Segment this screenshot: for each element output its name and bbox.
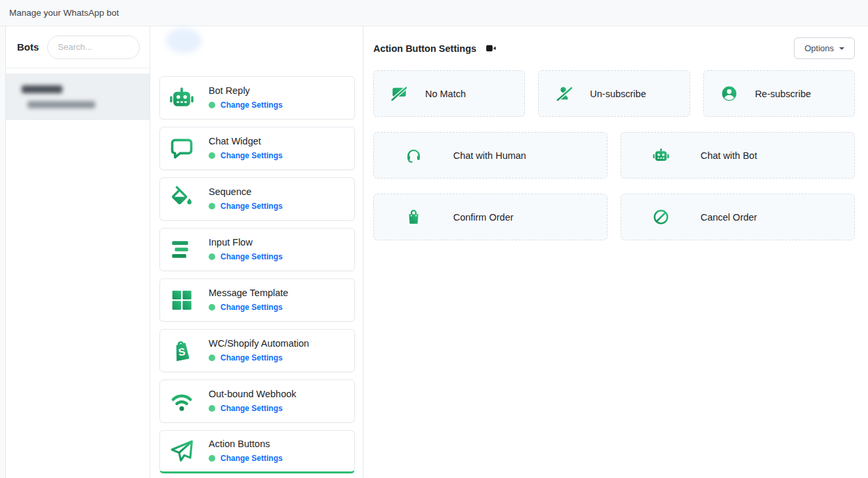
shopify-icon: S: [168, 337, 196, 364]
robot-icon: [168, 84, 196, 112]
ban-icon: [621, 208, 701, 226]
action-row-3: Confirm OrderCancel Order: [373, 194, 855, 240]
action-button-grid: No MatchUn-subscribeRe-subscribeChat wit…: [373, 70, 855, 240]
feature-card-action-buttons[interactable]: Action ButtonsChange Settings: [159, 430, 355, 473]
shopping-bag-icon: [374, 208, 453, 226]
video-camera-icon[interactable]: [486, 43, 497, 54]
feature-title: Bot Reply: [209, 86, 283, 96]
action-label: Chat with Human: [453, 150, 526, 161]
change-settings-link[interactable]: Change Settings: [220, 404, 283, 413]
feature-title: Action Buttons: [209, 439, 283, 449]
change-settings-link[interactable]: Change Settings: [220, 454, 283, 463]
change-settings-link[interactable]: Change Settings: [220, 202, 283, 211]
headset-icon: [374, 146, 453, 164]
chevron-down-icon: [839, 47, 844, 50]
status-dot-icon: [209, 405, 215, 412]
feature-list: Bot ReplyChange SettingsChat WidgetChang…: [159, 76, 363, 473]
action-card-re-subscribe[interactable]: Re-subscribe: [703, 70, 855, 117]
action-card-un-subscribe[interactable]: Un-subscribe: [538, 70, 690, 117]
panel-title: Action Button Settings: [373, 43, 476, 54]
list-bars-icon: [168, 236, 196, 263]
sidebar-title: Bots: [17, 41, 39, 53]
feature-title: WC/Shopify Automation: [209, 339, 309, 349]
action-card-confirm-order[interactable]: Confirm Order: [373, 194, 608, 240]
change-settings-link[interactable]: Change Settings: [220, 100, 283, 110]
action-card-chat-with-human[interactable]: Chat with Human: [373, 132, 608, 179]
feature-title: Message Template: [209, 288, 288, 298]
action-card-chat-with-bot[interactable]: Chat with Bot: [621, 132, 855, 179]
search-input[interactable]: [47, 35, 140, 59]
change-settings-link[interactable]: Change Settings: [220, 353, 283, 362]
action-row-1: No MatchUn-subscribeRe-subscribe: [373, 70, 855, 117]
panel-header: Action Button Settings Options: [373, 26, 855, 70]
action-row-2: Chat with HumanChat with Bot: [373, 132, 855, 179]
page-title: Manage your WhatsApp bot: [9, 8, 119, 18]
main-layout: Bots Bot ReplyChange SettingsChat Widget…: [5, 26, 868, 478]
feature-card-wc-shopify-automation[interactable]: SWC/Shopify AutomationChange Settings: [159, 329, 355, 372]
redacted-bot-name: [22, 85, 62, 93]
feature-title: Out-bound Webhook: [209, 389, 297, 399]
status-dot-icon: [209, 102, 215, 108]
feature-card-sequence[interactable]: SequenceChange Settings: [159, 177, 355, 221]
bot-list-item-selected[interactable]: [6, 74, 150, 120]
action-card-cancel-order[interactable]: Cancel Order: [621, 194, 855, 240]
action-label: Un-subscribe: [590, 89, 646, 99]
feature-card-input-flow[interactable]: Input FlowChange Settings: [159, 228, 355, 271]
change-settings-link[interactable]: Change Settings: [220, 303, 283, 312]
robot-icon: [621, 146, 701, 164]
feature-title: Chat Widget: [209, 137, 283, 146]
top-header-bar: Manage your WhatsApp bot: [0, 0, 868, 26]
change-settings-link[interactable]: Change Settings: [220, 252, 283, 261]
paint-bucket-icon: [168, 185, 196, 213]
status-dot-icon: [209, 203, 215, 209]
feature-card-chat-widget[interactable]: Chat WidgetChange Settings: [159, 127, 355, 170]
svg-text:S: S: [178, 346, 186, 358]
change-settings-link[interactable]: Change Settings: [220, 151, 283, 160]
options-button-label: Options: [804, 43, 834, 53]
action-label: Re-subscribe: [755, 89, 811, 99]
feature-column: Bot ReplyChange SettingsChat WidgetChang…: [150, 26, 363, 478]
status-dot-icon: [209, 304, 215, 311]
feature-card-message-template[interactable]: Message TemplateChange Settings: [159, 278, 355, 322]
status-dot-icon: [209, 152, 215, 159]
status-dot-icon: [209, 455, 215, 462]
feature-card-bot-reply[interactable]: Bot ReplyChange Settings: [159, 76, 355, 120]
person-slash-icon: [539, 85, 590, 102]
chat-bubble-icon: [168, 135, 196, 162]
person-circle-icon: [704, 85, 755, 102]
redacted-bot-phone: [28, 101, 95, 108]
feature-card-out-bound-webhook[interactable]: Out-bound WebhookChange Settings: [159, 380, 355, 423]
feature-title: Sequence: [209, 187, 283, 197]
action-label: No Match: [425, 89, 466, 99]
status-dot-icon: [209, 355, 215, 361]
status-dot-icon: [209, 253, 215, 260]
sidebar-header: Bots: [6, 26, 150, 68]
action-label: Cancel Order: [701, 212, 757, 223]
grid-icon: [168, 286, 196, 314]
blurred-badge: [166, 28, 201, 53]
paper-plane-icon: [168, 437, 196, 465]
action-settings-panel: Action Button Settings Options No MatchU…: [363, 26, 868, 478]
action-card-no-match[interactable]: No Match: [373, 70, 525, 117]
wifi-icon: [168, 387, 196, 415]
bots-sidebar: Bots: [6, 26, 150, 478]
action-label: Chat with Bot: [701, 150, 757, 161]
feature-title: Input Flow: [209, 238, 283, 248]
chat-slash-icon: [374, 85, 425, 102]
action-label: Confirm Order: [453, 212, 514, 223]
options-button[interactable]: Options: [794, 37, 855, 59]
